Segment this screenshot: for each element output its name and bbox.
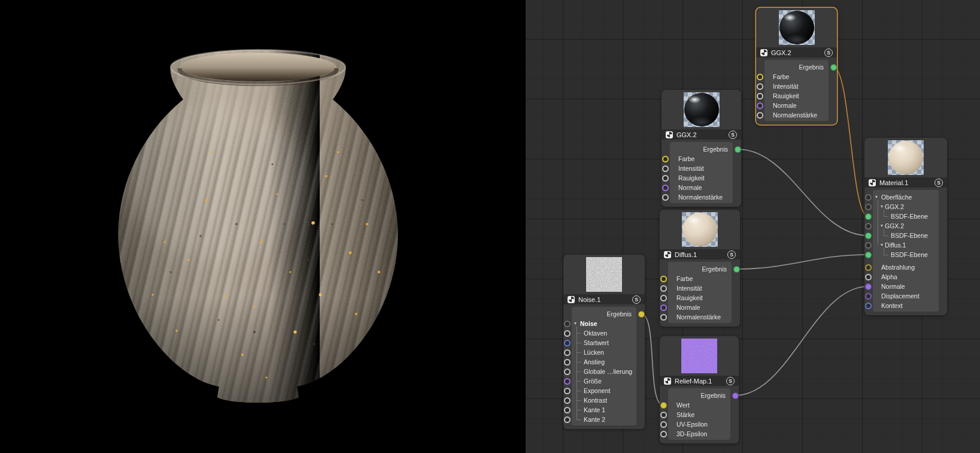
socket-farbe[interactable] xyxy=(660,276,667,282)
socket-bsdf-ebene[interactable] xyxy=(865,213,872,220)
input-row-anstieg: Anstieg xyxy=(572,357,636,367)
node-material1[interactable]: Material.1 S ▾Oberfläche▾GGX.2BSDF-Ebene… xyxy=(864,138,947,315)
collapse-caret-icon[interactable]: ▾ xyxy=(881,242,883,247)
s-badge[interactable]: S xyxy=(824,49,833,57)
input-row-normale: Normale xyxy=(873,282,939,291)
output-row-ergebnis: Ergebnis xyxy=(668,391,730,400)
socket-uv-epsilon[interactable] xyxy=(660,421,667,428)
row-label: Normalenstärke xyxy=(678,194,723,201)
socket-normale[interactable] xyxy=(660,304,667,311)
node-preview-sphere-black xyxy=(779,10,815,45)
output-row-ergebnis: Ergebnis xyxy=(670,144,733,154)
socket-normalenst-rke[interactable] xyxy=(662,194,669,201)
node-noise1[interactable]: Noise.1 S Ergebnis▾NoiseOktavenStartwert… xyxy=(563,255,645,429)
socket-kontrast[interactable] xyxy=(564,397,571,404)
node-header[interactable]: GGX.2 S xyxy=(756,47,837,58)
node-diffus1[interactable]: Diffus.1 S ErgebnisFarbeIntensitätRauigk… xyxy=(660,210,740,327)
input-row-rauigkeit: Rauigkeit xyxy=(670,173,733,183)
socket-normale[interactable] xyxy=(757,102,763,109)
socket-displacement[interactable] xyxy=(865,293,872,300)
node-header[interactable]: Relief-Map.1 S xyxy=(660,376,739,386)
socket-abstrahlung[interactable] xyxy=(865,264,872,271)
socket-ggx-2[interactable] xyxy=(865,204,872,210)
s-badge[interactable]: S xyxy=(729,131,737,139)
output-row-ergebnis: Ergebnis xyxy=(668,264,732,274)
input-row-farbe: Farbe xyxy=(668,274,732,283)
collapse-caret-icon[interactable]: ▾ xyxy=(881,204,883,209)
socket-normale[interactable] xyxy=(865,283,872,290)
socket-bsdf-ebene[interactable] xyxy=(865,252,872,258)
output-row-ergebnis: Ergebnis xyxy=(764,62,829,72)
socket-exponent[interactable] xyxy=(564,388,571,394)
input-row-st-rke: Stärke xyxy=(668,410,730,419)
socket-wert[interactable] xyxy=(660,402,667,409)
socket-l-cken[interactable] xyxy=(564,349,571,356)
socket-gr-e[interactable] xyxy=(564,378,571,385)
socket-ergebnis[interactable] xyxy=(830,64,837,71)
socket-rauigkeit[interactable] xyxy=(660,295,667,301)
node-title: Diffus.1 xyxy=(675,251,724,258)
socket-st-rke[interactable] xyxy=(660,412,667,418)
row-label: BSDF-Ebene xyxy=(891,232,928,239)
socket-anstieg[interactable] xyxy=(564,359,571,366)
socket-ggx-2[interactable] xyxy=(865,223,872,229)
node-title: Material.1 xyxy=(879,179,931,186)
socket-ergebnis[interactable] xyxy=(735,146,741,153)
socket-farbe[interactable] xyxy=(757,74,763,80)
s-badge[interactable]: S xyxy=(727,250,736,259)
socket-rauigkeit[interactable] xyxy=(757,93,763,99)
socket-startwert[interactable] xyxy=(564,340,571,346)
node-parameter-panel: ErgebnisFarbeIntensitätRauigkeitNormaleN… xyxy=(670,142,733,203)
socket-ergebnis[interactable] xyxy=(732,392,739,399)
s-badge[interactable]: S xyxy=(726,377,735,385)
preview-sphere xyxy=(779,11,814,44)
socket-oberfl-che[interactable] xyxy=(865,194,872,201)
socket-rauigkeit[interactable] xyxy=(662,175,669,182)
socket-ergebnis[interactable] xyxy=(638,311,645,318)
socket-kontext[interactable] xyxy=(865,303,872,309)
socket-normalenst-rke[interactable] xyxy=(660,314,667,321)
socket-3d-epsilon[interactable] xyxy=(660,431,667,437)
row-label: Farbe xyxy=(676,275,693,282)
socket-noise[interactable] xyxy=(564,321,571,327)
socket-globale-lierung[interactable] xyxy=(564,369,571,375)
input-row-wert: Wert xyxy=(668,400,730,410)
input-row-normalenst-rke: Normalenstärke xyxy=(764,110,829,120)
socket-kante-2[interactable] xyxy=(564,416,571,423)
tree-dash xyxy=(577,372,581,372)
s-badge[interactable]: S xyxy=(935,179,943,187)
input-row-diffus-1: ▾Diffus.1 xyxy=(873,240,939,250)
row-label: Ergebnis xyxy=(703,146,728,153)
socket-normalenst-rke[interactable] xyxy=(757,112,763,119)
collapse-caret-icon[interactable]: ▾ xyxy=(875,194,878,200)
tree-dash xyxy=(577,333,581,334)
socket-intensit-t[interactable] xyxy=(662,165,669,172)
node-ggx2-mid[interactable]: GGX.2 S ErgebnisFarbeIntensitätRauigkeit… xyxy=(662,90,741,207)
node-header[interactable]: Noise.1 S xyxy=(563,294,645,304)
node-header[interactable]: Diffus.1 S xyxy=(660,249,740,259)
node-title: GGX.2 xyxy=(771,49,821,56)
socket-intensit-t[interactable] xyxy=(660,285,667,292)
node-title: GGX.2 xyxy=(676,131,725,138)
socket-bsdf-ebene[interactable] xyxy=(865,232,872,239)
socket-ergebnis[interactable] xyxy=(733,266,740,273)
output-row-ergebnis: Ergebnis xyxy=(572,309,636,319)
socket-intensit-t[interactable] xyxy=(757,83,763,90)
collapse-caret-icon[interactable]: ▾ xyxy=(574,321,577,326)
socket-kante-1[interactable] xyxy=(564,407,571,413)
tree-line xyxy=(884,229,884,235)
node-header[interactable]: Material.1 S xyxy=(864,177,947,188)
collapse-caret-icon[interactable]: ▾ xyxy=(881,223,883,228)
socket-normale[interactable] xyxy=(662,185,669,191)
node-relief1[interactable]: Relief-Map.1 S ErgebnisWertStärkeUV-Epsi… xyxy=(660,336,739,443)
node-ggx2-top[interactable]: GGX.2 S ErgebnisFarbeIntensitätRauigkeit… xyxy=(756,8,837,125)
s-badge[interactable]: S xyxy=(632,295,641,304)
socket-oktaven[interactable] xyxy=(564,330,571,337)
tree-line xyxy=(884,248,884,255)
render-viewport[interactable] xyxy=(0,0,526,453)
socket-diffus-1[interactable] xyxy=(865,242,872,249)
node-header[interactable]: GGX.2 S xyxy=(662,129,741,140)
input-row-rauigkeit: Rauigkeit xyxy=(764,91,829,101)
socket-alpha[interactable] xyxy=(865,274,872,280)
socket-farbe[interactable] xyxy=(662,156,669,162)
